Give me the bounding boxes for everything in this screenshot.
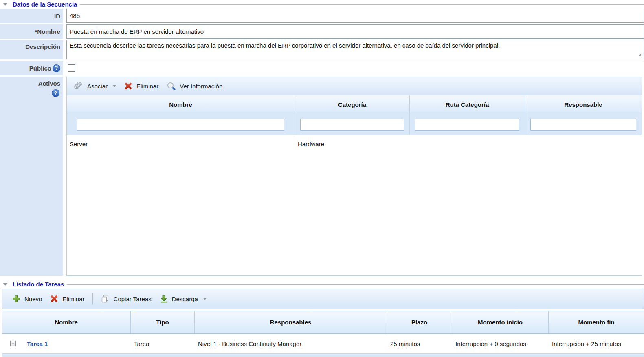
tasks-col-nombre[interactable]: Nombre <box>2 311 131 333</box>
activo-responsable-cell <box>525 135 642 152</box>
activos-col-responsable[interactable]: Responsable <box>525 95 642 114</box>
activos-col-nombre[interactable]: Nombre <box>67 95 295 114</box>
ver-informacion-button[interactable]: Ver Información <box>163 79 226 93</box>
activos-help-icon[interactable]: ? <box>52 89 59 97</box>
sequence-editor-page: Datos de la Secuencia ID *Nombre Descrip… <box>0 0 644 357</box>
activos-table-empty-area <box>67 152 642 275</box>
publico-help-icon[interactable]: ? <box>53 64 60 72</box>
tasks-section-title: Listado de Tareas <box>13 281 64 288</box>
nombre-row: *Nombre <box>0 24 644 39</box>
activos-eliminar-label: Eliminar <box>136 83 158 90</box>
magnifier-icon <box>167 82 176 90</box>
filter-ruta-categoria-input[interactable] <box>415 119 520 131</box>
asociar-label: Asociar <box>87 83 108 90</box>
collapse-minus-icon[interactable]: − <box>10 341 16 346</box>
activos-table-row[interactable]: Server Hardware <box>67 135 642 152</box>
descarga-button[interactable]: Descarga <box>156 293 211 305</box>
publico-row: Público ? <box>0 61 644 75</box>
delete-x-icon <box>50 295 58 303</box>
descarga-label: Descarga <box>172 295 198 302</box>
tasks-legend-line <box>67 284 644 285</box>
tasks-section-header: Listado de Tareas <box>0 280 644 289</box>
next-row-cutoff <box>2 353 644 357</box>
activo-categoria-cell: Hardware <box>295 135 410 152</box>
toolbar-separator <box>92 293 93 304</box>
activo-nombre-cell: Server <box>67 135 295 152</box>
tasks-collapse-arrow-icon[interactable] <box>3 283 7 286</box>
copiar-tareas-label: Copiar Tareas <box>114 295 152 302</box>
copy-pages-icon <box>101 294 110 303</box>
tasks-col-momento-inicio[interactable]: Momento inicio <box>452 311 549 333</box>
id-row: ID <box>0 9 644 23</box>
activos-row: Activos ? Asociar <box>0 77 644 276</box>
add-plus-icon <box>12 295 20 303</box>
tasks-table-row[interactable]: − Tarea 1 Tarea Nivel 1 - Business Conti… <box>2 334 644 353</box>
descarga-dropdown-arrow-icon[interactable] <box>203 298 207 300</box>
filter-categoria-input[interactable] <box>300 119 404 131</box>
tasks-eliminar-label: Eliminar <box>62 295 84 302</box>
activos-filter-row <box>67 114 642 135</box>
activos-table-header: Nombre Categoría Ruta Categoría Responsa… <box>67 95 642 114</box>
sequence-section-title: Datos de la Secuencia <box>13 1 77 8</box>
nuevo-label: Nuevo <box>24 295 42 302</box>
task-name-link[interactable]: Tarea 1 <box>27 340 48 347</box>
activos-col-ruta-categoria[interactable]: Ruta Categoría <box>410 95 525 114</box>
activo-ruta-categoria-cell <box>410 135 525 152</box>
sequence-section-header: Datos de la Secuencia <box>0 0 644 9</box>
activos-label: Activos <box>38 80 60 87</box>
task-responsables-cell: Nivel 1 - Business Continuity Manager <box>195 334 387 353</box>
filter-nombre-input[interactable] <box>77 119 284 131</box>
nombre-label: *Nombre <box>0 24 63 39</box>
task-plazo-cell: 25 minutos <box>387 334 452 353</box>
activos-panel: Asociar Eliminar Ver Información <box>66 77 642 276</box>
delete-x-icon <box>124 82 132 90</box>
collapse-arrow-icon[interactable] <box>3 3 7 6</box>
descripcion-textarea[interactable]: Esta secuencia describe las tareas neces… <box>66 40 644 60</box>
tasks-eliminar-button[interactable]: Eliminar <box>46 293 88 305</box>
download-icon <box>160 295 168 303</box>
id-input[interactable] <box>66 9 644 23</box>
task-tipo-cell: Tarea <box>131 334 195 353</box>
tasks-table-header: Nombre Tipo Responsables Plazo Momento i… <box>2 311 644 334</box>
tasks-col-plazo[interactable]: Plazo <box>387 311 452 333</box>
nuevo-button[interactable]: Nuevo <box>8 293 46 305</box>
activos-eliminar-button[interactable]: Eliminar <box>120 80 163 92</box>
tasks-toolbar: Nuevo Eliminar Copiar Tareas Descarga <box>2 289 644 309</box>
task-momento-fin-cell: Interrupción + 25 minutos <box>549 334 644 353</box>
asociar-button[interactable]: Asociar <box>70 79 120 93</box>
publico-checkbox[interactable] <box>68 64 75 72</box>
legend-line <box>80 4 644 5</box>
paperclip-icon <box>74 82 83 90</box>
filter-responsable-input[interactable] <box>530 119 636 131</box>
id-label: ID <box>0 9 63 23</box>
descripcion-label: Descripción <box>0 40 63 60</box>
copiar-tareas-button[interactable]: Copiar Tareas <box>97 292 156 305</box>
publico-label: Público <box>29 65 51 72</box>
tasks-col-responsables[interactable]: Responsables <box>195 311 387 333</box>
task-momento-inicio-cell: Interrupción + 0 segundos <box>452 334 549 353</box>
nombre-input[interactable] <box>66 24 644 39</box>
activos-col-categoria[interactable]: Categoría <box>295 95 410 114</box>
tasks-col-tipo[interactable]: Tipo <box>131 311 195 333</box>
tasks-col-momento-fin[interactable]: Momento fin <box>549 311 644 333</box>
activos-toolbar: Asociar Eliminar Ver Información <box>67 77 642 95</box>
descripcion-row: Descripción Esta secuencia describe las … <box>0 40 644 60</box>
ver-informacion-label: Ver Información <box>180 83 222 90</box>
asociar-dropdown-arrow-icon[interactable] <box>113 85 116 87</box>
